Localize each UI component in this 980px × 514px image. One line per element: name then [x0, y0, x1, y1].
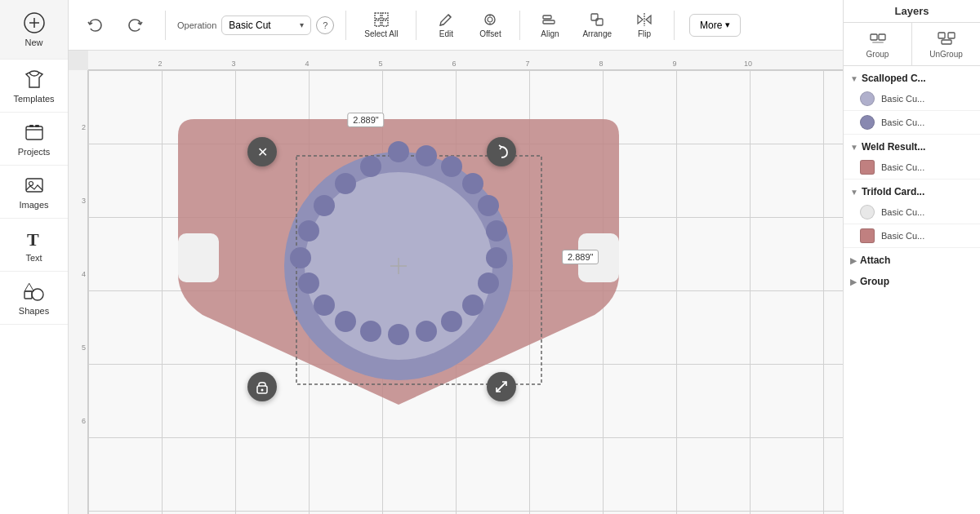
ruler-tick-10: 10 [744, 60, 752, 69]
more-button[interactable]: More ▾ [689, 14, 741, 37]
scale-icon [494, 379, 509, 394]
undo-button[interactable] [77, 14, 113, 37]
svg-marker-10 [24, 283, 33, 291]
svg-rect-4 [29, 125, 33, 127]
svg-point-54 [360, 156, 381, 177]
operation-value: Basic Cut [229, 20, 296, 31]
sidebar-item-new[interactable]: New [0, 0, 68, 60]
layer-item-weld-1[interactable]: Basic Cu... [844, 156, 980, 179]
edit-icon [438, 11, 454, 28]
svg-point-38 [478, 195, 499, 216]
group-icon [869, 29, 887, 47]
align-label: Align [541, 29, 559, 38]
layer-group-group[interactable]: ▶ Group [844, 269, 980, 290]
lock-icon [255, 379, 270, 394]
svg-rect-11 [24, 291, 32, 299]
layer-item-trifold-2[interactable]: Basic Cu... [844, 224, 980, 248]
chevron-trifold: ▼ [850, 188, 858, 197]
layer-swatch-trifold-1 [860, 205, 875, 219]
design-svg[interactable] [170, 111, 627, 421]
arrange-icon [589, 11, 605, 28]
flip-label: Flip [638, 29, 651, 38]
ruler-tick-6: 6 [452, 60, 456, 69]
redo-icon [127, 17, 144, 33]
sidebar-item-text[interactable]: T Text [0, 219, 68, 272]
ruler-tick-5: 5 [378, 60, 382, 69]
svg-rect-60 [872, 42, 884, 43]
group-button[interactable]: Group [844, 23, 912, 65]
text-t-icon: T [23, 227, 46, 250]
offset-button[interactable]: Offset [472, 8, 508, 42]
flip-icon [636, 11, 653, 28]
divider-4 [519, 11, 520, 40]
svg-point-39 [486, 220, 507, 241]
canvas-wrapper[interactable]: 2 3 4 5 6 7 8 9 10 2 3 4 5 6 [69, 51, 843, 514]
svg-point-44 [416, 321, 437, 342]
ungroup-button-label: UnGroup [929, 50, 963, 59]
scale-handle[interactable] [487, 372, 516, 401]
offset-label: Offset [479, 29, 501, 38]
layer-group-scalloped[interactable]: ▼ Scalloped C... [844, 66, 980, 87]
help-button[interactable]: ? [316, 16, 334, 34]
layer-item-scalloped-1[interactable]: Basic Cu... [844, 87, 980, 111]
images-icon [23, 174, 46, 197]
divider-5 [674, 11, 675, 40]
layer-text-weld-1: Basic Cu... [881, 162, 973, 172]
chevron-down-icon: ▾ [300, 20, 304, 29]
rotate-handle[interactable] [487, 137, 516, 166]
offset-icon [482, 11, 498, 28]
svg-point-40 [486, 247, 507, 268]
redo-button[interactable] [118, 14, 154, 37]
layer-group-attach-label: Attach [860, 255, 890, 266]
delete-handle[interactable]: ✕ [247, 137, 277, 166]
layer-group-weld[interactable]: ▼ Weld Result... [844, 135, 980, 156]
select-all-button[interactable]: Select All [358, 8, 404, 42]
svg-point-52 [314, 195, 335, 216]
edit-button[interactable]: Edit [428, 8, 464, 42]
svg-point-51 [298, 220, 319, 241]
layer-swatch-weld-1 [860, 160, 875, 175]
group-button-label: Group [866, 50, 889, 59]
ungroup-button[interactable]: UnGroup [912, 23, 980, 65]
layer-item-scalloped-2[interactable]: Basic Cu... [844, 111, 980, 135]
svg-rect-21 [543, 20, 555, 24]
select-all-icon [373, 11, 390, 28]
layer-text-scalloped-2: Basic Cu... [881, 117, 973, 127]
flip-button[interactable]: Flip [626, 8, 662, 42]
sidebar-item-images[interactable]: Images [0, 166, 68, 219]
sidebar-item-projects[interactable]: Projects [0, 113, 68, 166]
svg-rect-15 [382, 20, 388, 26]
layer-group-weld-label: Weld Result... [862, 141, 925, 153]
layer-group-trifold-label: Trifold Card... [862, 186, 924, 197]
layer-item-trifold-1[interactable]: Basic Cu... [844, 201, 980, 224]
chevron-more-icon: ▾ [725, 20, 730, 30]
align-button[interactable]: Align [532, 8, 568, 42]
svg-point-56 [261, 389, 264, 392]
ruler-tick-v-2: 2 [82, 123, 86, 131]
layer-group-trifold[interactable]: ▼ Trifold Card... [844, 179, 980, 201]
ruler-tick-3: 3 [231, 60, 235, 69]
sidebar-item-shapes[interactable]: Shapes [0, 272, 68, 325]
svg-text:T: T [27, 229, 39, 250]
svg-rect-58 [871, 34, 877, 40]
svg-point-46 [360, 321, 381, 342]
layer-swatch-scalloped-1 [860, 91, 875, 106]
operation-dropdown[interactable]: Basic Cut ▾ [221, 16, 311, 35]
layer-swatch-scalloped-2 [860, 115, 875, 130]
shapes-icon [23, 280, 46, 303]
ruler-tick-8: 8 [599, 60, 603, 69]
svg-rect-61 [938, 33, 945, 38]
toolbar: Operation Basic Cut ▾ ? Select All [69, 0, 843, 51]
ruler-tick-v-4: 4 [82, 270, 86, 278]
layer-group-attach[interactable]: ▶ Attach [844, 248, 980, 269]
arrange-button[interactable]: Arrange [576, 8, 618, 42]
svg-point-50 [290, 247, 311, 268]
ruler-tick-4: 4 [305, 60, 309, 69]
main-area: Operation Basic Cut ▾ ? Select All [69, 0, 843, 514]
svg-point-48 [314, 295, 335, 316]
svg-rect-63 [942, 40, 951, 44]
sidebar-item-new-label: New [24, 38, 42, 47]
divider-3 [416, 11, 416, 40]
lock-handle[interactable] [247, 372, 277, 401]
sidebar-item-templates[interactable]: Templates [0, 60, 68, 113]
